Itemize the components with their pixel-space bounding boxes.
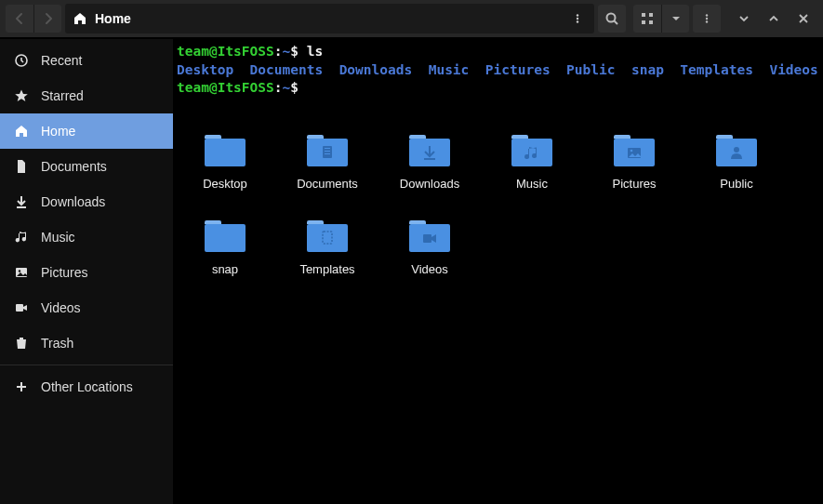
svg-rect-6 [649,13,653,17]
view-dropdown-button[interactable] [661,5,689,33]
sidebar-item-label: Downloads [41,194,105,209]
svg-rect-21 [325,153,330,154]
folder-item-desktop[interactable]: Desktop [188,131,262,191]
folder-icon [203,217,247,257]
sidebar-item-label: Home [41,124,75,139]
video-icon [13,300,30,315]
location-label: Home [95,11,131,26]
svg-rect-16 [205,139,246,166]
search-button[interactable] [598,5,626,33]
svg-rect-15 [16,304,23,312]
back-button[interactable] [6,5,33,33]
sidebar-item-documents[interactable]: Documents [0,149,173,184]
folder-item-public[interactable]: Public [699,131,774,191]
folder-icon [407,217,452,257]
folder-icon [305,217,350,257]
sidebar: RecentStarredHomeDocumentsDownloadsMusic… [0,39,173,504]
folder-item-documents[interactable]: Documents [290,131,365,191]
minimize-button[interactable] [730,5,758,33]
svg-point-28 [734,147,739,153]
folder-label: snap [212,262,238,276]
folder-label: Public [720,177,752,191]
sidebar-item-trash[interactable]: Trash [0,325,173,361]
folder-label: Documents [297,177,358,191]
folder-grid[interactable]: DesktopDocumentsDownloadsMusicPicturesPu… [173,105,823,504]
folder-label: Desktop [203,177,247,191]
icon-view-button[interactable] [633,5,661,33]
folder-icon [510,131,554,171]
svg-rect-19 [325,148,330,149]
svg-point-26 [631,149,633,152]
svg-point-11 [706,20,708,22]
folder-icon [612,131,657,171]
folder-item-snap[interactable]: snap [188,217,262,276]
close-button[interactable] [790,5,817,33]
plus-icon [13,379,30,394]
svg-point-0 [577,14,578,16]
svg-rect-5 [642,13,645,17]
sidebar-item-music[interactable]: Music [0,219,173,255]
window-controls [730,5,817,33]
sidebar-item-label: Pictures [41,265,88,280]
sidebar-separator [0,365,173,365]
view-switcher [633,5,689,33]
trash-icon [13,336,30,351]
svg-rect-18 [323,146,332,158]
folder-label: Pictures [613,177,657,191]
terminal-panel[interactable]: team@ItsFOSS:~$ ls Desktop Documents Dow… [173,39,823,105]
folder-item-pictures[interactable]: Pictures [597,131,671,191]
folder-label: Downloads [400,177,459,191]
svg-point-1 [577,18,578,20]
folder-icon [203,131,247,171]
sidebar-item-label: Videos [41,300,81,315]
sidebar-item-recent[interactable]: Recent [0,43,173,78]
svg-rect-23 [511,139,552,166]
sidebar-item-downloads[interactable]: Downloads [0,184,173,219]
svg-line-4 [615,21,618,25]
path-menu-button[interactable] [568,9,587,28]
svg-rect-29 [205,224,246,252]
svg-point-14 [19,270,20,272]
sidebar-item-label: Music [41,230,75,245]
folder-icon [714,131,759,171]
svg-point-10 [706,18,708,20]
svg-rect-30 [307,224,348,252]
folder-item-music[interactable]: Music [495,131,569,191]
nav-group [6,5,61,33]
folder-icon [305,131,350,171]
svg-rect-7 [642,20,645,24]
svg-point-9 [706,14,708,16]
home-icon [13,124,30,139]
folder-item-downloads[interactable]: Downloads [392,131,467,191]
sidebar-item-label: Other Locations [41,379,133,394]
svg-rect-8 [649,20,653,24]
sidebar-item-home[interactable]: Home [0,113,173,149]
sidebar-item-label: Recent [41,53,82,68]
svg-point-2 [577,20,578,22]
document-icon [13,159,30,174]
folder-label: Templates [299,262,354,276]
sidebar-item-pictures[interactable]: Pictures [0,255,173,290]
folder-label: Music [516,177,548,191]
folder-item-templates[interactable]: Templates [290,217,365,276]
hamburger-menu-button[interactable] [693,5,721,33]
path-bar[interactable]: Home [65,4,594,33]
svg-point-3 [607,14,616,22]
sidebar-item-label: Trash [41,336,73,351]
sidebar-item-other-locations[interactable]: Other Locations [0,369,173,405]
sidebar-item-videos[interactable]: Videos [0,290,173,325]
sidebar-item-label: Documents [41,159,107,174]
music-icon [13,230,30,245]
folder-icon [407,131,452,171]
folder-item-videos[interactable]: Videos [392,217,467,276]
content-area: RecentStarredHomeDocumentsDownloadsMusic… [0,39,823,504]
main-panel: team@ItsFOSS:~$ ls Desktop Documents Dow… [173,39,823,504]
sidebar-item-starred[interactable]: Starred [0,78,173,113]
svg-rect-20 [325,151,330,152]
download-icon [13,194,30,209]
toolbar: Home [0,0,823,39]
forward-button[interactable] [33,5,61,33]
folder-label: Videos [411,262,448,276]
home-icon [73,11,87,26]
maximize-button[interactable] [760,5,788,33]
